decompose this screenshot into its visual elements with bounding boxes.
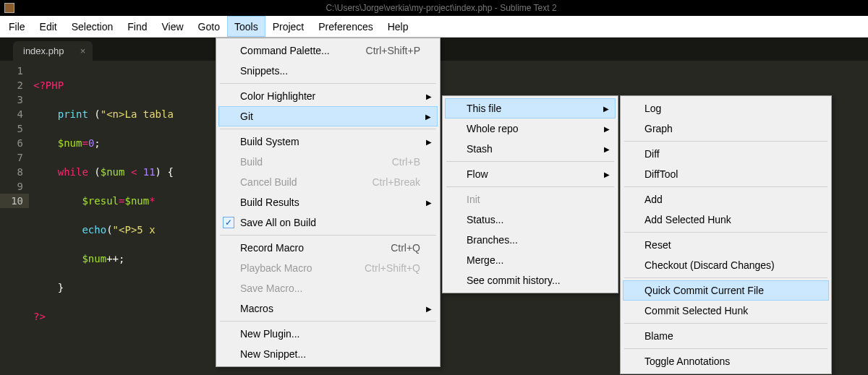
menu-view[interactable]: View (155, 16, 191, 37)
menu-edit[interactable]: Edit (33, 16, 64, 37)
close-icon[interactable]: × (80, 46, 86, 56)
check-icon: ✓ (223, 217, 234, 228)
file-quick-commit[interactable]: Quick Commit Current File (623, 280, 829, 301)
code-token: = (82, 137, 88, 149)
tools-cancel-build[interactable]: Cancel BuildCtrl+Break (218, 172, 438, 192)
code-token: ( (88, 166, 101, 178)
menu-selection[interactable]: Selection (64, 16, 121, 37)
git-whole-repo[interactable]: Whole repo▶ (445, 118, 616, 139)
file-add-selected-hunk[interactable]: Add Selected Hunk (623, 210, 829, 230)
menu-shortcut: Ctrl+B (392, 156, 420, 168)
file-reset[interactable]: Reset (623, 235, 829, 255)
menu-separator (624, 141, 827, 142)
file-graph[interactable]: Graph (623, 118, 829, 139)
menu-shortcut: Ctrl+Break (372, 176, 420, 188)
tools-record-macro[interactable]: Record MacroCtrl+Q (218, 238, 438, 258)
menu-help[interactable]: Help (380, 16, 416, 37)
tab-label: index.php (23, 46, 64, 56)
line-number: 5 (0, 121, 23, 136)
menu-file[interactable]: File (1, 16, 33, 37)
code-token: while (58, 166, 88, 178)
code-token: ; (94, 137, 100, 149)
menu-label: Cancel Build (240, 176, 297, 188)
git-this-file[interactable]: This file▶ (445, 98, 616, 118)
tab-index-php[interactable]: index.php × (13, 41, 93, 61)
menubar: File Edit Selection Find View Goto Tools… (0, 16, 868, 38)
menu-project[interactable]: Project (265, 16, 312, 37)
git-stash[interactable]: Stash▶ (445, 139, 616, 159)
git-branches[interactable]: Branches... (445, 230, 616, 250)
menu-label: Toggle Annotations (644, 355, 730, 367)
chevron-right-icon: ▶ (426, 138, 432, 146)
chevron-right-icon: ▶ (426, 199, 432, 207)
menu-separator (624, 323, 827, 324)
menu-preferences[interactable]: Preferences (311, 16, 380, 37)
tools-build[interactable]: BuildCtrl+B (218, 152, 438, 172)
tools-new-snippet[interactable]: New Snippet... (218, 344, 438, 364)
menu-label: Playback Macro (240, 262, 312, 274)
menu-shortcut: Ctrl+Q (391, 242, 420, 254)
code-token: ++; (106, 253, 124, 264)
menu-separator (446, 186, 614, 187)
menu-label: Add Selected Hunk (644, 214, 731, 225)
file-diff[interactable]: Diff (623, 144, 829, 164)
git-init[interactable]: Init (445, 189, 616, 210)
menu-label: Branches... (467, 234, 518, 246)
menu-label: Command Palette... (240, 45, 330, 56)
git-merge[interactable]: Merge... (445, 250, 616, 270)
code-token: 11 (143, 166, 156, 178)
code-token: } (58, 282, 64, 293)
menu-label: New Plugin... (240, 328, 299, 340)
menu-label: Macros (240, 303, 273, 314)
menu-find[interactable]: Find (120, 16, 154, 37)
menu-tools[interactable]: Tools (227, 16, 265, 37)
code-token: print (58, 108, 88, 120)
code-token: $num (82, 253, 106, 264)
tools-build-system[interactable]: Build System▶ (218, 132, 438, 152)
git-flow[interactable]: Flow▶ (445, 164, 616, 184)
menu-label: Build (240, 156, 263, 168)
tools-command-palette[interactable]: Command Palette... Ctrl+Shift+P (218, 40, 438, 61)
titlebar: C:\Users\Jorge\verkia\my-project\index.p… (0, 0, 868, 16)
tools-build-results[interactable]: Build Results▶ (218, 192, 438, 212)
menu-label: Save All on Build (240, 217, 316, 228)
app-icon (4, 3, 14, 13)
title-path: C:\Users\Jorge\verkia\my-project\index.p… (19, 3, 864, 13)
git-status[interactable]: Status... (445, 210, 616, 230)
line-number: 9 (0, 179, 23, 194)
menu-label: Merge... (467, 254, 503, 266)
tools-color-highlighter[interactable]: Color Highlighter▶ (218, 86, 438, 106)
tools-save-macro[interactable]: Save Macro... (218, 278, 438, 298)
menu-label: Status... (467, 214, 503, 225)
line-number: 6 (0, 136, 23, 150)
code-token: ) { (156, 166, 174, 178)
file-commit-selected-hunk[interactable]: Commit Selected Hunk (623, 301, 829, 321)
tools-git[interactable]: Git▶ (218, 106, 438, 126)
menu-goto[interactable]: Goto (191, 16, 227, 37)
code-token: ?> (33, 311, 46, 322)
menu-label: Stash (467, 143, 493, 155)
code-area[interactable]: <?PHP print ("<n>La tabla $num=0; while … (29, 61, 179, 375)
menu-shortcut: Ctrl+Shift+Q (365, 262, 420, 274)
file-blame[interactable]: Blame (623, 326, 829, 346)
tools-macros[interactable]: Macros▶ (218, 298, 438, 319)
file-add[interactable]: Add (623, 189, 829, 210)
tools-save-all-on-build[interactable]: ✓Save All on Build (218, 212, 438, 233)
menu-label: Quick Commit Current File (644, 285, 764, 296)
git-see-commit-history[interactable]: See commit history... (445, 270, 616, 290)
line-number: 3 (0, 92, 23, 107)
code-token: <?PHP (33, 79, 64, 91)
file-difftool[interactable]: DiffTool (623, 164, 829, 184)
menu-shortcut: Ctrl+Shift+P (366, 45, 420, 56)
tools-new-plugin[interactable]: New Plugin... (218, 324, 438, 344)
file-toggle-annotations[interactable]: Toggle Annotations (623, 351, 829, 371)
file-checkout[interactable]: Checkout (Discard Changes) (623, 255, 829, 275)
tools-snippets[interactable]: Snippets... (218, 61, 438, 81)
tools-playback-macro[interactable]: Playback MacroCtrl+Shift+Q (218, 258, 438, 278)
menu-label: Build Results (240, 197, 299, 208)
menu-label: Git (240, 111, 253, 122)
menu-separator (220, 83, 436, 84)
code-token: $num (58, 137, 82, 149)
menu-label: This file (467, 103, 501, 114)
file-log[interactable]: Log (623, 98, 829, 118)
